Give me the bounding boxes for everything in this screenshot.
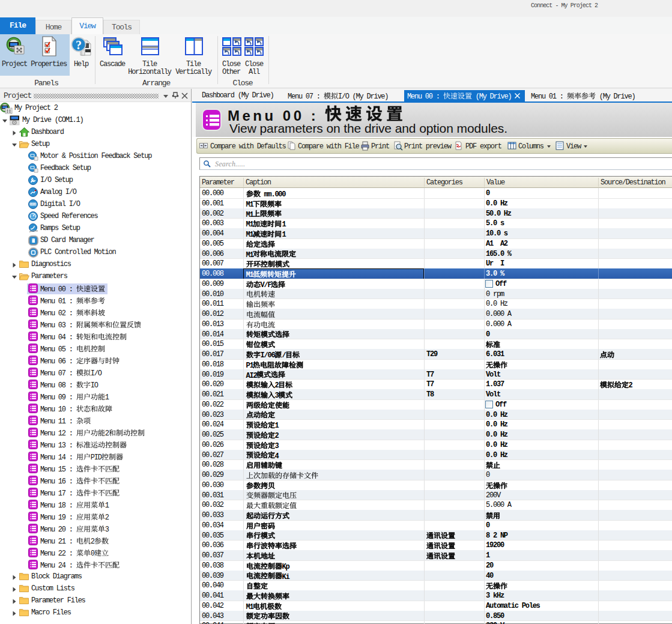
svg-text:1010: 1010 bbox=[30, 203, 37, 206]
svg-text:?: ? bbox=[76, 38, 82, 52]
